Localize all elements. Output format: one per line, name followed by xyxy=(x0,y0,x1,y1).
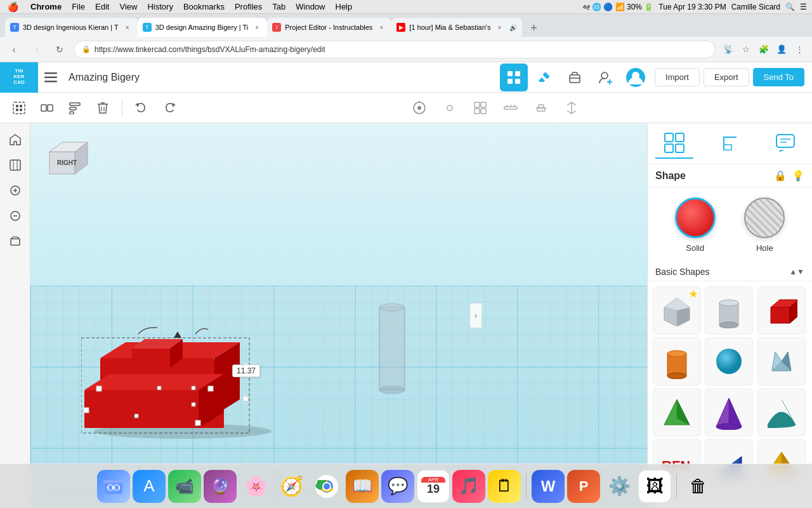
view-cube[interactable]: RIGHT xyxy=(43,136,94,187)
menubar-view[interactable]: View xyxy=(114,0,142,14)
shape-item-cylinder-gray[interactable] xyxy=(705,286,753,335)
dock-books[interactable]: 📖 xyxy=(346,470,379,503)
measure-tool[interactable] xyxy=(499,97,522,119)
bookmark-icon[interactable]: ☆ xyxy=(738,42,754,57)
flip-tool[interactable] xyxy=(560,97,583,119)
menubar-chrome[interactable]: Chrome xyxy=(25,0,67,14)
dock-photos[interactable]: 🌸 xyxy=(239,470,272,503)
bulb-icon[interactable]: 💡 xyxy=(792,170,804,182)
chrome-tab-2[interactable]: T 3D design Amazing Bigery | Ti × xyxy=(138,18,268,37)
new-tab-button[interactable]: + xyxy=(525,19,542,37)
menubar-menu[interactable]: ☰ xyxy=(800,3,807,11)
solid-btn[interactable]: Solid xyxy=(675,197,716,253)
chrome-tab-3[interactable]: I Project Editor - Instructables × xyxy=(267,18,391,37)
menubar-user[interactable]: Camille Sicard xyxy=(731,3,780,11)
dock-safari[interactable]: 🧭 xyxy=(275,470,308,503)
shape-item-cylinder-orange[interactable] xyxy=(653,337,701,385)
zoom-in-btn[interactable] xyxy=(4,179,27,202)
reload-button[interactable]: ↻ xyxy=(51,41,69,58)
camera-tool[interactable] xyxy=(408,97,431,119)
dock-files[interactable]: 🗒 xyxy=(488,470,521,503)
dock-trash[interactable]: 🗑 xyxy=(682,470,715,503)
menubar-search[interactable]: 🔍 xyxy=(785,3,795,11)
tab2-close[interactable]: × xyxy=(252,22,262,32)
extensions-icon[interactable]: 🧩 xyxy=(756,42,771,57)
shape-item-box-diamond[interactable] xyxy=(653,286,701,335)
light-tool[interactable] xyxy=(438,97,461,119)
viewport[interactable]: RIGHT xyxy=(30,123,647,508)
tab1-close[interactable]: × xyxy=(122,22,133,32)
redo-tool[interactable] xyxy=(158,97,181,119)
panel-corner-btn[interactable] xyxy=(711,128,749,159)
menubar-help[interactable]: Help xyxy=(331,0,358,14)
shape-item-pyramid-green[interactable] xyxy=(653,388,701,436)
delete-tool[interactable] xyxy=(91,97,114,119)
shape-item-crystal[interactable] xyxy=(757,337,806,385)
cast-icon[interactable]: 📡 xyxy=(721,42,736,57)
menubar-history[interactable]: History xyxy=(142,0,178,14)
import-button[interactable]: Import xyxy=(655,68,700,86)
grid-view-btn[interactable] xyxy=(500,64,528,91)
fit-view-btn[interactable] xyxy=(4,154,27,177)
dock-word[interactable]: W xyxy=(532,470,565,503)
dock-discord[interactable]: 💬 xyxy=(381,470,414,503)
shape-item-cone-purple[interactable] xyxy=(705,388,753,436)
menubar-window[interactable]: Window xyxy=(291,0,330,14)
tab4-close[interactable]: × xyxy=(494,22,504,32)
menubar-profiles[interactable]: Profiles xyxy=(230,0,267,14)
suitcase-icon-btn[interactable] xyxy=(561,64,589,91)
shape-item-box-red[interactable] xyxy=(757,286,806,335)
menubar-edit[interactable]: Edit xyxy=(90,0,114,14)
align-center-tool[interactable] xyxy=(530,97,553,119)
align-tool[interactable] xyxy=(63,97,86,119)
perspective-btn[interactable] xyxy=(4,230,27,253)
profile-icon[interactable]: 👤 xyxy=(774,42,789,57)
menubar-file[interactable]: File xyxy=(67,0,90,14)
menubar-tab[interactable]: Tab xyxy=(267,0,291,14)
panel-chat-btn[interactable] xyxy=(766,128,804,159)
hammer-icon-btn[interactable] xyxy=(530,64,558,91)
shape-item-sphere-blue[interactable] xyxy=(705,337,753,385)
dock-ppt[interactable]: P xyxy=(567,470,600,503)
toolbar-center xyxy=(186,97,804,119)
chrome-tab-1[interactable]: T 3D design Ingenious Kieran | T × xyxy=(5,18,138,37)
3d-red-object[interactable] xyxy=(81,314,284,443)
user-avatar-btn[interactable] xyxy=(622,64,650,91)
shape-item-roof-teal[interactable] xyxy=(757,388,806,436)
chrome-tab-4[interactable]: ▶ [1 hour] Mia & Sebastian's × 🔊 xyxy=(391,18,522,37)
apple-menu[interactable]: 🍎 xyxy=(0,2,25,12)
dock-chrome[interactable] xyxy=(310,470,343,503)
tab4-mute[interactable]: 🔊 xyxy=(509,24,517,31)
tinkercad-logo[interactable]: TINKERCAD xyxy=(0,62,38,93)
dock-appstore[interactable]: A xyxy=(133,470,166,503)
dock-calendar[interactable]: APR 19 xyxy=(417,470,450,503)
zoom-out-btn[interactable] xyxy=(4,204,27,227)
address-input[interactable]: 🔒 https://www.tinkercad.com/things/bsdVX… xyxy=(74,41,716,58)
add-user-btn[interactable] xyxy=(591,64,619,91)
dock-finder[interactable] xyxy=(97,470,130,503)
hamburger-menu[interactable] xyxy=(38,62,63,93)
dock-sysprefs[interactable]: ⚙️ xyxy=(603,470,636,503)
ungroup-tool[interactable] xyxy=(36,97,58,119)
home-view-btn[interactable] xyxy=(4,128,27,151)
panel-grid-btn[interactable] xyxy=(655,128,693,159)
send-to-button[interactable]: Send To xyxy=(753,68,804,86)
dock-music[interactable]: 🎵 xyxy=(452,470,485,503)
dock-preview[interactable]: 🖼 xyxy=(638,470,671,503)
tab3-close[interactable]: × xyxy=(376,22,386,32)
dock-facetime[interactable]: 📹 xyxy=(168,470,201,503)
shape-panel-tool[interactable] xyxy=(469,97,492,119)
back-button[interactable]: ‹ xyxy=(5,41,23,58)
export-button[interactable]: Export xyxy=(704,68,749,86)
cylinder-object[interactable] xyxy=(373,295,411,399)
hole-btn[interactable]: Hole xyxy=(744,197,785,253)
menubar-bookmarks[interactable]: Bookmarks xyxy=(178,0,230,14)
undo-tool[interactable] xyxy=(130,97,153,119)
dock-siri[interactable]: 🔮 xyxy=(204,470,237,503)
group-tool[interactable] xyxy=(8,97,30,119)
viewport-collapse-btn[interactable]: › xyxy=(469,303,482,328)
lock-icon[interactable]: 🔒 xyxy=(774,170,787,182)
shape-dropdown[interactable]: Basic Shapes Featured Letters Connectors xyxy=(655,267,789,277)
menu-icon[interactable]: ⋮ xyxy=(792,42,807,57)
forward-button[interactable]: › xyxy=(28,41,46,58)
